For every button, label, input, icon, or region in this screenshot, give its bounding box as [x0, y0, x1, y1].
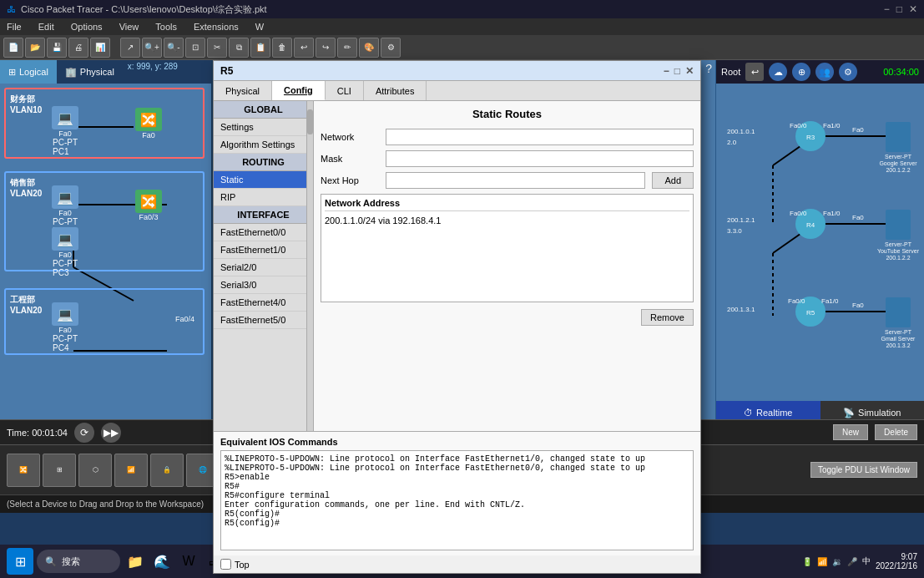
nav-static[interactable]: Static: [214, 171, 313, 189]
network-input[interactable]: [386, 129, 694, 145]
menu-tools[interactable]: Tools: [152, 22, 180, 32]
main-canvas[interactable]: ? R5 − □ ✕ Physical Config CLI: [213, 60, 715, 419]
nav-scrollbar-thumb[interactable]: [307, 109, 313, 134]
fa04-label: Fa0/4: [175, 315, 194, 323]
delete-btn[interactable]: 🗑: [272, 38, 292, 58]
cut-btn[interactable]: ✂: [207, 38, 227, 58]
cloud-btn[interactable]: ☁: [769, 63, 787, 81]
tab-attributes[interactable]: Attributes: [364, 81, 427, 100]
top-checkbox-label[interactable]: Top: [220, 559, 250, 570]
dialog-close[interactable]: ✕: [685, 65, 694, 77]
system-lang: 中: [862, 555, 871, 567]
play-btn[interactable]: ⟳: [74, 423, 94, 443]
dialog-title: R5: [220, 65, 233, 77]
tab-config[interactable]: Config: [272, 81, 326, 100]
nav-algorithm[interactable]: Algorithm Settings: [214, 136, 313, 154]
toolbar-router[interactable]: 🔀: [7, 454, 40, 487]
search-bar[interactable]: 🔍 搜索: [37, 550, 120, 573]
nav-fe00[interactable]: FastEthernet0/0: [214, 224, 313, 241]
select-btn[interactable]: ↗: [120, 38, 140, 58]
nav-settings[interactable]: Settings: [214, 119, 313, 136]
fast-btn[interactable]: ▶▶: [101, 423, 121, 443]
nexthop-input[interactable]: [386, 172, 645, 189]
close-btn[interactable]: ✕: [909, 3, 917, 15]
undo-nav-btn[interactable]: ↩: [745, 63, 764, 81]
nav-fe10[interactable]: FastEthernet1/0: [214, 241, 313, 259]
open-btn[interactable]: 📂: [25, 38, 45, 58]
new-pdu-btn[interactable]: New: [833, 424, 868, 440]
taskbar-word[interactable]: W: [177, 550, 200, 573]
dialog-bottom-bar: Top: [214, 555, 700, 573]
window-controls[interactable]: − □ ✕: [884, 3, 917, 15]
tab-physical[interactable]: Physical: [214, 81, 272, 100]
zoom-in-btn[interactable]: 🔍+: [142, 38, 162, 58]
search-placeholder: 搜索: [62, 555, 80, 568]
nav-fe40[interactable]: FastEthernet4/0: [214, 294, 313, 312]
start-btn[interactable]: ⊞: [7, 548, 33, 575]
time-display: Time: 00:01:04: [7, 428, 68, 438]
physical-btn[interactable]: 🏢 Physical: [57, 60, 123, 84]
remove-button[interactable]: Remove: [641, 309, 694, 326]
menu-view[interactable]: View: [116, 22, 143, 32]
switch2-device[interactable]: 🔀 Fa0/3: [135, 190, 162, 221]
nav-serial30[interactable]: Serial3/0: [214, 276, 313, 294]
toolbar-switch[interactable]: ⊞: [43, 454, 76, 487]
top-checkbox[interactable]: [220, 559, 231, 570]
zoom-reset-btn[interactable]: ⊡: [185, 38, 205, 58]
realtime-btn[interactable]: ⏱ Realtime: [716, 401, 820, 419]
add-button[interactable]: Add: [652, 172, 694, 189]
maximize-btn[interactable]: □: [896, 3, 902, 15]
toolbar-hub[interactable]: ⬡: [78, 454, 112, 487]
redo-btn[interactable]: ↪: [316, 38, 336, 58]
new-btn[interactable]: 📄: [3, 38, 23, 58]
zoom-out-btn[interactable]: 🔍-: [164, 38, 184, 58]
toolbar-security[interactable]: 🔒: [150, 454, 184, 487]
dialog-controls[interactable]: − □ ✕: [664, 65, 694, 77]
clock-time: 9:07: [876, 552, 917, 561]
pc3-device[interactable]: 💻 Fa0 PC-PTPC3: [52, 227, 78, 277]
pc4-device[interactable]: 💻 Fa0 PC-PTPC4: [52, 302, 78, 352]
copy-btn[interactable]: ⧉: [229, 38, 249, 58]
save-btn[interactable]: 💾: [47, 38, 67, 58]
palette-btn[interactable]: 🎨: [359, 38, 379, 58]
menu-extensions[interactable]: Extensions: [190, 22, 242, 32]
minimize-btn[interactable]: −: [884, 3, 890, 15]
undo-btn[interactable]: ↩: [294, 38, 314, 58]
nav-serial20[interactable]: Serial2/0: [214, 259, 313, 276]
paste-btn[interactable]: 📋: [250, 38, 270, 58]
menu-edit[interactable]: Edit: [35, 22, 58, 32]
annotate-btn[interactable]: ✏: [337, 38, 357, 58]
pc1-device[interactable]: 💻 Fa0 PC-PTPC1: [52, 106, 78, 156]
config-btn[interactable]: ⚙: [381, 38, 401, 58]
toggle-pdu-btn[interactable]: Toggle PDU List Window: [810, 462, 917, 478]
nav-scrollbar[interactable]: [306, 101, 313, 431]
switch1-device[interactable]: 🔀 Fa0: [135, 108, 162, 139]
menu-options[interactable]: Options: [68, 22, 106, 32]
print-btn[interactable]: 🖨: [68, 38, 88, 58]
taskbar-explorer[interactable]: 📁: [124, 550, 147, 573]
status-message: (Select a Device to Drag and Drop to the…: [7, 499, 204, 509]
mask-input[interactable]: [386, 150, 694, 167]
menu-bar: File Edit Options View Tools Extensions …: [0, 18, 924, 35]
tab-cli[interactable]: CLI: [326, 81, 364, 100]
config-nav-btn[interactable]: ⚙: [839, 63, 857, 81]
help-btn[interactable]: ?: [705, 62, 712, 75]
network-btn[interactable]: ⊕: [792, 63, 810, 81]
menu-file[interactable]: File: [3, 22, 25, 32]
taskbar-edge[interactable]: 🌊: [150, 550, 174, 573]
workspace-canvas[interactable]: 财务部VLAN10 💻 Fa0 PC-PTPC1 🔀 Fa0 销售部: [0, 84, 211, 419]
users-btn[interactable]: 👥: [815, 63, 834, 81]
dialog-minimize[interactable]: −: [664, 65, 669, 77]
delete-pdu-btn[interactable]: Delete: [875, 424, 917, 440]
menu-w[interactable]: W: [252, 22, 267, 32]
ios-terminal[interactable]: %LINEPROTO-5-UPDOWN: Line protocol on In…: [220, 450, 694, 550]
nav-fe50[interactable]: FastEthernet5/0: [214, 312, 313, 329]
route-entry-1[interactable]: 200.1.1.0/24 via 192.168.4.1: [325, 214, 689, 227]
logical-btn[interactable]: ⊞ Logical: [0, 60, 57, 84]
simulation-btn[interactable]: 📡 Simulation: [820, 401, 925, 419]
nav-rip[interactable]: RIP: [214, 189, 313, 206]
activity-btn[interactable]: 📊: [90, 38, 110, 58]
dialog-maximize[interactable]: □: [674, 65, 680, 77]
toolbar-wireless[interactable]: 📶: [114, 454, 148, 487]
vlan20-sales-area: 销售部VLAN20 💻 Fa0 PC-PTPC2 🔀 Fa0/3 💻: [4, 171, 204, 271]
